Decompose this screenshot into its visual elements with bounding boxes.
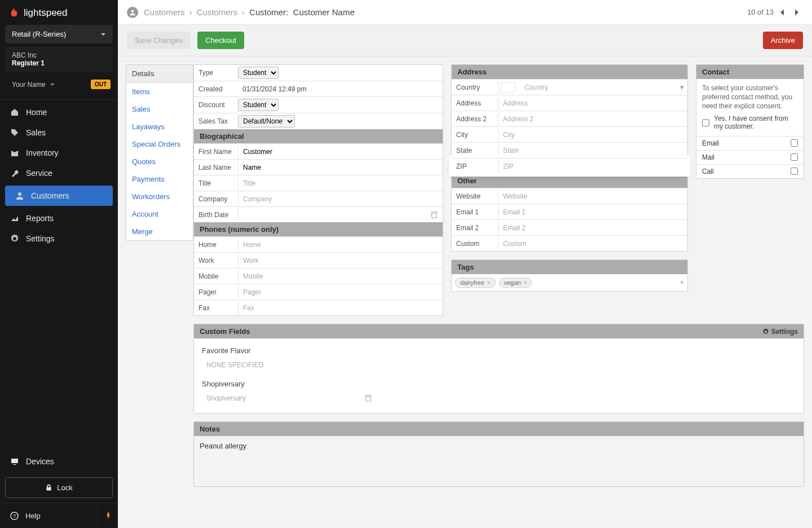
favorite-flavor-input[interactable] bbox=[202, 358, 796, 372]
subnav-workorders[interactable]: Workorders bbox=[126, 188, 193, 205]
register-info: ABC Inc Register 1 bbox=[5, 47, 113, 72]
title-input[interactable] bbox=[239, 177, 443, 190]
mail-checkbox[interactable] bbox=[791, 153, 798, 161]
register-company: ABC Inc bbox=[12, 51, 106, 59]
nav-label: Home bbox=[26, 108, 47, 117]
phone-home-input[interactable] bbox=[239, 238, 443, 252]
first-name-input[interactable] bbox=[239, 145, 443, 159]
lbl-mobile: Mobile bbox=[194, 272, 238, 280]
nav-label: Inventory bbox=[26, 148, 59, 157]
company-input[interactable] bbox=[239, 192, 443, 206]
lbl-zip: ZIP bbox=[452, 162, 498, 170]
register-name: Register 1 bbox=[12, 59, 106, 67]
tags-container[interactable]: dairyfree× vegan× × bbox=[452, 274, 687, 291]
lbl-type: Type bbox=[194, 69, 238, 77]
lock-label: Lock bbox=[57, 483, 72, 492]
last-name-input[interactable] bbox=[239, 161, 443, 174]
next-button[interactable] bbox=[791, 6, 803, 19]
section-notes: Notes bbox=[194, 422, 804, 436]
nav-customers[interactable]: Customers bbox=[5, 186, 113, 206]
nav-label: Service bbox=[26, 169, 52, 178]
gear-icon bbox=[762, 328, 769, 335]
lbl-state: State bbox=[452, 147, 498, 155]
phone-fax-input[interactable] bbox=[239, 301, 443, 315]
state-input[interactable] bbox=[498, 144, 687, 157]
subnav-layaways[interactable]: Layaways bbox=[126, 118, 193, 135]
salestax-select[interactable]: Default/None bbox=[238, 115, 295, 127]
lbl-fax: Fax bbox=[194, 304, 238, 312]
contact-blurb: To select your customer's preferred cont… bbox=[696, 79, 804, 115]
custom-fields-settings[interactable]: Settings bbox=[762, 328, 798, 336]
nav-inventory[interactable]: Inventory bbox=[0, 143, 118, 163]
created-value: 01/31/2024 12:49 pm bbox=[238, 82, 443, 96]
phone-mobile-input[interactable] bbox=[239, 270, 443, 283]
email1-input[interactable] bbox=[498, 205, 687, 219]
lbl-website: Website bbox=[452, 192, 498, 200]
nav-home[interactable]: Home bbox=[0, 102, 118, 122]
subnav-account[interactable]: Account bbox=[126, 205, 193, 223]
brand-logo: lightspeed bbox=[0, 0, 118, 25]
country-input[interactable] bbox=[520, 81, 680, 94]
subnav-details: Details bbox=[126, 65, 193, 83]
archive-button[interactable]: Archive bbox=[763, 32, 803, 49]
zip-input[interactable] bbox=[498, 160, 687, 173]
remove-tag-icon[interactable]: × bbox=[487, 280, 491, 286]
breadcrumb-root[interactable]: Customers bbox=[144, 7, 185, 17]
nav-sales[interactable]: Sales bbox=[0, 122, 118, 143]
lbl-city: City bbox=[452, 131, 498, 139]
website-input[interactable] bbox=[498, 190, 687, 203]
checkout-button[interactable]: Checkout bbox=[197, 32, 244, 49]
nav-label: Devices bbox=[26, 457, 54, 466]
phone-pager-input[interactable] bbox=[239, 285, 443, 299]
lbl-address: Address bbox=[452, 99, 498, 107]
breadcrumb-section[interactable]: Customers bbox=[197, 7, 238, 17]
consent-row[interactable]: Yes, I have consent from my customer. bbox=[696, 115, 804, 136]
call-checkbox[interactable] bbox=[791, 168, 798, 175]
discount-select[interactable]: Student bbox=[238, 99, 279, 111]
address2-input[interactable] bbox=[498, 112, 687, 126]
prev-button[interactable] bbox=[776, 6, 788, 19]
subnav-special-orders[interactable]: Special Orders bbox=[126, 135, 193, 153]
lbl-pager: Pager bbox=[194, 288, 238, 296]
city-input[interactable] bbox=[498, 128, 687, 142]
shopiversary-input[interactable] bbox=[202, 391, 377, 405]
subnav-items[interactable]: Items bbox=[126, 83, 193, 100]
consent-checkbox[interactable] bbox=[702, 116, 709, 130]
subnav-merge[interactable]: Merge bbox=[126, 223, 193, 240]
chevron-down-icon bbox=[50, 82, 55, 87]
workspace-select[interactable]: Retail (R-Series) bbox=[5, 25, 113, 43]
phone-work-input[interactable] bbox=[239, 254, 443, 267]
pin-button[interactable] bbox=[98, 503, 118, 528]
box-icon bbox=[10, 148, 19, 157]
chevron-down-icon[interactable]: ▾ bbox=[680, 83, 684, 91]
subnav-payments[interactable]: Payments bbox=[126, 170, 193, 188]
nav-reports[interactable]: Reports bbox=[0, 208, 118, 228]
clear-tags-button[interactable]: × bbox=[680, 279, 684, 287]
nav-help[interactable]: ?Help bbox=[0, 505, 98, 527]
remove-tag-icon[interactable]: × bbox=[524, 280, 527, 286]
lbl-address2: Address 2 bbox=[452, 115, 498, 123]
section-other: Other bbox=[452, 174, 687, 188]
flame-icon bbox=[8, 7, 20, 19]
email2-input[interactable] bbox=[498, 221, 687, 235]
address-input[interactable] bbox=[498, 96, 687, 110]
nav-label: Sales bbox=[26, 128, 46, 137]
custom-input[interactable] bbox=[498, 237, 687, 250]
lbl-shopiversary: Shopiversary bbox=[202, 380, 796, 388]
nav-devices[interactable]: Devices bbox=[0, 450, 118, 473]
subnav-sales[interactable]: Sales bbox=[126, 100, 193, 118]
cm-label: Call bbox=[702, 168, 791, 175]
email-checkbox[interactable] bbox=[791, 139, 798, 147]
type-select[interactable]: Student bbox=[238, 67, 279, 79]
breadcrumb-prefix: Customer: bbox=[249, 7, 288, 17]
subnav-quotes[interactable]: Quotes bbox=[126, 153, 193, 170]
save-button[interactable]: Save Changes bbox=[127, 32, 191, 49]
nav-service[interactable]: Service bbox=[0, 163, 118, 183]
person-icon bbox=[127, 7, 138, 18]
birthdate-input[interactable] bbox=[239, 208, 443, 222]
notes-textarea[interactable] bbox=[193, 436, 804, 487]
user-menu[interactable]: Your Name OUT bbox=[5, 75, 113, 96]
lbl-home: Home bbox=[194, 241, 238, 249]
lock-button[interactable]: Lock bbox=[5, 477, 113, 498]
nav-settings[interactable]: Settings bbox=[0, 228, 118, 249]
